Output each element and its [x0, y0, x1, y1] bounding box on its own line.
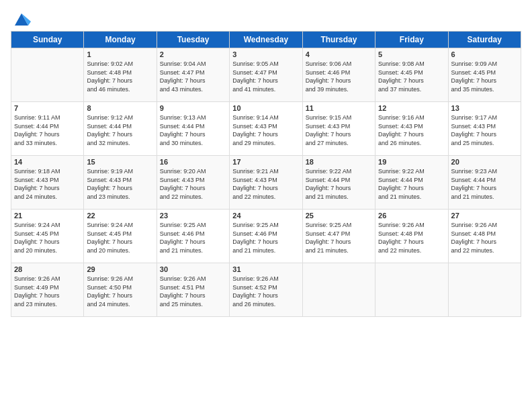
day-info: Sunrise: 9:15 AM Sunset: 4:43 PM Dayligh… [306, 113, 372, 147]
day-info: Sunrise: 9:04 AM Sunset: 4:47 PM Dayligh… [160, 60, 226, 93]
calendar-cell: 26Sunrise: 9:26 AM Sunset: 4:48 PM Dayli… [375, 210, 448, 263]
day-info: Sunrise: 9:26 AM Sunset: 4:52 PM Dayligh… [232, 275, 299, 308]
day-number: 12 [378, 104, 445, 112]
calendar-cell: 7Sunrise: 9:11 AM Sunset: 4:44 PM Daylig… [11, 102, 84, 156]
day-info: Sunrise: 9:26 AM Sunset: 4:49 PM Dayligh… [14, 275, 81, 308]
calendar-container: SundayMondayTuesdayWednesdayThursdayFrid… [0, 0, 532, 322]
day-number: 19 [378, 158, 445, 166]
day-info: Sunrise: 9:08 AM Sunset: 4:45 PM Dayligh… [378, 60, 445, 93]
day-number: 29 [87, 265, 153, 273]
day-number: 31 [232, 265, 299, 273]
day-number: 10 [232, 104, 299, 112]
calendar-cell: 23Sunrise: 9:25 AM Sunset: 4:46 PM Dayli… [157, 210, 229, 263]
day-info: Sunrise: 9:17 AM Sunset: 4:43 PM Dayligh… [451, 113, 518, 147]
calendar-cell: 28Sunrise: 9:26 AM Sunset: 4:49 PM Dayli… [11, 263, 84, 317]
logo-icon [12, 9, 31, 28]
weekday-header-saturday: Saturday [448, 32, 521, 48]
calendar-cell: 6Sunrise: 9:09 AM Sunset: 4:45 PM Daylig… [448, 48, 521, 102]
calendar-cell: 22Sunrise: 9:24 AM Sunset: 4:45 PM Dayli… [84, 210, 157, 263]
weekday-header-tuesday: Tuesday [157, 32, 229, 48]
day-number: 11 [306, 104, 372, 112]
day-info: Sunrise: 9:06 AM Sunset: 4:46 PM Dayligh… [306, 60, 372, 93]
weekday-header-monday: Monday [84, 32, 157, 48]
day-info: Sunrise: 9:18 AM Sunset: 4:43 PM Dayligh… [14, 167, 81, 201]
logo [11, 9, 31, 28]
calendar-cell: 14Sunrise: 9:18 AM Sunset: 4:43 PM Dayli… [11, 156, 84, 210]
day-number: 16 [160, 158, 226, 166]
day-info: Sunrise: 9:21 AM Sunset: 4:43 PM Dayligh… [232, 167, 299, 201]
day-info: Sunrise: 9:22 AM Sunset: 4:44 PM Dayligh… [378, 167, 445, 201]
day-info: Sunrise: 9:26 AM Sunset: 4:48 PM Dayligh… [378, 221, 445, 255]
calendar-cell [302, 263, 375, 317]
header [11, 7, 521, 28]
day-number: 6 [451, 50, 518, 58]
calendar-cell: 9Sunrise: 9:13 AM Sunset: 4:44 PM Daylig… [157, 102, 229, 156]
calendar-cell: 30Sunrise: 9:26 AM Sunset: 4:51 PM Dayli… [157, 263, 229, 317]
weekday-header-sunday: Sunday [11, 32, 84, 48]
day-number: 4 [306, 50, 372, 58]
day-number: 5 [378, 50, 445, 58]
day-info: Sunrise: 9:26 AM Sunset: 4:48 PM Dayligh… [451, 221, 518, 255]
day-number: 13 [451, 104, 518, 112]
calendar-cell [448, 263, 521, 317]
calendar-cell: 5Sunrise: 9:08 AM Sunset: 4:45 PM Daylig… [375, 48, 448, 102]
calendar-cell: 8Sunrise: 9:12 AM Sunset: 4:44 PM Daylig… [84, 102, 157, 156]
day-number: 8 [87, 104, 153, 112]
calendar-week-0: 1Sunrise: 9:02 AM Sunset: 4:48 PM Daylig… [11, 48, 521, 102]
day-info: Sunrise: 9:12 AM Sunset: 4:44 PM Dayligh… [87, 113, 153, 147]
day-number: 9 [160, 104, 226, 112]
day-info: Sunrise: 9:25 AM Sunset: 4:47 PM Dayligh… [306, 221, 372, 255]
calendar-cell: 24Sunrise: 9:25 AM Sunset: 4:46 PM Dayli… [230, 210, 302, 263]
day-info: Sunrise: 9:11 AM Sunset: 4:44 PM Dayligh… [14, 113, 81, 147]
day-info: Sunrise: 9:05 AM Sunset: 4:47 PM Dayligh… [232, 60, 299, 93]
calendar-cell: 31Sunrise: 9:26 AM Sunset: 4:52 PM Dayli… [230, 263, 302, 317]
day-info: Sunrise: 9:25 AM Sunset: 4:46 PM Dayligh… [232, 221, 299, 255]
calendar-cell: 27Sunrise: 9:26 AM Sunset: 4:48 PM Dayli… [448, 210, 521, 263]
day-number: 7 [14, 104, 81, 112]
day-number: 14 [14, 158, 81, 166]
calendar-cell: 13Sunrise: 9:17 AM Sunset: 4:43 PM Dayli… [448, 102, 521, 156]
day-number: 21 [14, 212, 81, 220]
calendar-week-2: 14Sunrise: 9:18 AM Sunset: 4:43 PM Dayli… [11, 156, 521, 210]
calendar-week-1: 7Sunrise: 9:11 AM Sunset: 4:44 PM Daylig… [11, 102, 521, 156]
day-info: Sunrise: 9:02 AM Sunset: 4:48 PM Dayligh… [87, 60, 153, 93]
day-number: 1 [87, 50, 153, 58]
day-info: Sunrise: 9:14 AM Sunset: 4:43 PM Dayligh… [232, 113, 299, 147]
weekday-row: SundayMondayTuesdayWednesdayThursdayFrid… [11, 32, 521, 48]
day-info: Sunrise: 9:26 AM Sunset: 4:51 PM Dayligh… [160, 275, 226, 308]
calendar-cell: 2Sunrise: 9:04 AM Sunset: 4:47 PM Daylig… [157, 48, 229, 102]
calendar-cell: 19Sunrise: 9:22 AM Sunset: 4:44 PM Dayli… [375, 156, 448, 210]
day-info: Sunrise: 9:16 AM Sunset: 4:43 PM Dayligh… [378, 113, 445, 147]
calendar-week-4: 28Sunrise: 9:26 AM Sunset: 4:49 PM Dayli… [11, 263, 521, 317]
day-info: Sunrise: 9:19 AM Sunset: 4:43 PM Dayligh… [87, 167, 153, 201]
day-info: Sunrise: 9:23 AM Sunset: 4:44 PM Dayligh… [451, 167, 518, 201]
day-number: 27 [451, 212, 518, 220]
day-number: 22 [87, 212, 153, 220]
day-info: Sunrise: 9:25 AM Sunset: 4:46 PM Dayligh… [160, 221, 226, 255]
calendar-cell: 1Sunrise: 9:02 AM Sunset: 4:48 PM Daylig… [84, 48, 157, 102]
day-number: 26 [378, 212, 445, 220]
calendar-cell: 29Sunrise: 9:26 AM Sunset: 4:50 PM Dayli… [84, 263, 157, 317]
calendar-cell: 3Sunrise: 9:05 AM Sunset: 4:47 PM Daylig… [230, 48, 302, 102]
calendar-cell [11, 48, 84, 102]
calendar-header: SundayMondayTuesdayWednesdayThursdayFrid… [11, 32, 521, 48]
calendar-table: SundayMondayTuesdayWednesdayThursdayFrid… [11, 31, 521, 317]
calendar-cell: 17Sunrise: 9:21 AM Sunset: 4:43 PM Dayli… [230, 156, 302, 210]
day-number: 15 [87, 158, 153, 166]
day-info: Sunrise: 9:24 AM Sunset: 4:45 PM Dayligh… [14, 221, 81, 255]
day-number: 25 [306, 212, 372, 220]
calendar-cell: 18Sunrise: 9:22 AM Sunset: 4:44 PM Dayli… [302, 156, 375, 210]
weekday-header-thursday: Thursday [302, 32, 375, 48]
day-info: Sunrise: 9:26 AM Sunset: 4:50 PM Dayligh… [87, 275, 153, 308]
calendar-cell: 4Sunrise: 9:06 AM Sunset: 4:46 PM Daylig… [302, 48, 375, 102]
calendar-cell: 20Sunrise: 9:23 AM Sunset: 4:44 PM Dayli… [448, 156, 521, 210]
calendar-body: 1Sunrise: 9:02 AM Sunset: 4:48 PM Daylig… [11, 48, 521, 317]
weekday-header-friday: Friday [375, 32, 448, 48]
day-info: Sunrise: 9:20 AM Sunset: 4:43 PM Dayligh… [160, 167, 226, 201]
calendar-cell: 21Sunrise: 9:24 AM Sunset: 4:45 PM Dayli… [11, 210, 84, 263]
calendar-cell: 25Sunrise: 9:25 AM Sunset: 4:47 PM Dayli… [302, 210, 375, 263]
day-info: Sunrise: 9:13 AM Sunset: 4:44 PM Dayligh… [160, 113, 226, 147]
day-info: Sunrise: 9:09 AM Sunset: 4:45 PM Dayligh… [451, 60, 518, 93]
day-number: 3 [232, 50, 299, 58]
calendar-cell: 11Sunrise: 9:15 AM Sunset: 4:43 PM Dayli… [302, 102, 375, 156]
